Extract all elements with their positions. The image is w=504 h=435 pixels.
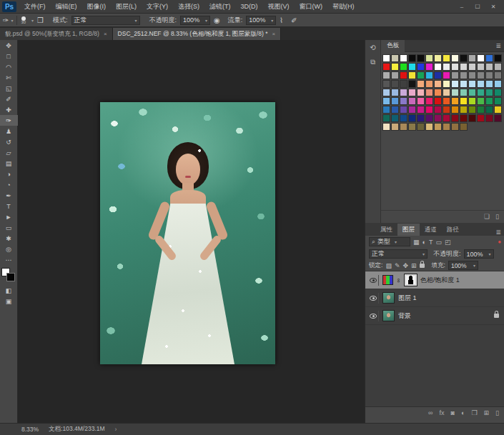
color-swatch[interactable] xyxy=(408,123,416,131)
smoothing-pressure-icon[interactable]: ✐ xyxy=(291,16,297,24)
more-tools-button[interactable]: ⋯ xyxy=(0,254,18,265)
color-swatch[interactable] xyxy=(494,97,502,105)
color-swatch[interactable] xyxy=(451,80,459,88)
menu-item-5[interactable]: 选择(S) xyxy=(173,0,204,14)
lock-image-pixels-icon[interactable]: ✎ xyxy=(395,262,400,269)
layer-row[interactable]: 背景 xyxy=(365,307,504,325)
color-swatch[interactable] xyxy=(425,54,433,62)
color-swatch[interactable] xyxy=(460,71,468,79)
color-swatch[interactable] xyxy=(391,114,399,122)
color-swatch[interactable] xyxy=(494,106,502,114)
color-swatch[interactable] xyxy=(477,80,485,88)
color-swatch[interactable] xyxy=(434,80,442,88)
filter-smart-objects-icon[interactable]: ◰ xyxy=(445,239,451,246)
color-swatch[interactable] xyxy=(382,89,390,96)
document-tab-active[interactable]: DSC_2512.NEF @ 8.33% (色相/饱和度 1, 图层蒙版/8) … xyxy=(113,28,282,40)
color-swatch[interactable] xyxy=(382,71,390,79)
color-swatch[interactable] xyxy=(425,114,433,122)
color-swatch[interactable] xyxy=(382,97,390,105)
layer-visibility-toggle[interactable] xyxy=(368,275,379,286)
tab-properties[interactable]: 属性 xyxy=(375,224,397,236)
close-button[interactable]: ✕ xyxy=(487,2,500,11)
color-swatch[interactable] xyxy=(382,63,390,71)
spot-healing-tool[interactable]: ✚ xyxy=(0,104,18,115)
color-swatch[interactable] xyxy=(382,54,390,62)
color-swatch[interactable] xyxy=(485,89,493,96)
new-layer-icon[interactable]: ⊞ xyxy=(484,409,490,416)
tab-layers[interactable]: 图层 xyxy=(397,224,420,236)
quick-selection-tool[interactable]: ✄ xyxy=(0,72,18,83)
color-swatch[interactable] xyxy=(391,71,399,79)
menu-item-6[interactable]: 滤镜(T) xyxy=(204,0,236,14)
shape-tool[interactable]: ▭ xyxy=(0,222,18,233)
color-swatch[interactable] xyxy=(425,80,433,88)
canvas[interactable] xyxy=(18,40,365,423)
tab-paths[interactable]: 路径 xyxy=(442,224,464,236)
color-swatch[interactable] xyxy=(485,114,493,122)
layer-thumbnail[interactable] xyxy=(382,292,395,304)
color-swatch[interactable] xyxy=(382,114,390,122)
layer-filter-type-select[interactable]: ⌕ 类型 ▾ xyxy=(369,237,410,246)
color-swatch[interactable] xyxy=(443,80,450,88)
type-tool[interactable]: T xyxy=(0,201,18,211)
color-swatch[interactable] xyxy=(460,80,468,88)
color-swatch[interactable] xyxy=(451,123,459,131)
brush-panel-toggle-icon[interactable]: ❒ xyxy=(37,16,44,24)
color-swatch[interactable] xyxy=(468,63,476,71)
layer-name[interactable]: 图层 1 xyxy=(398,294,417,303)
color-swatch[interactable] xyxy=(417,106,425,114)
color-swatch[interactable] xyxy=(468,80,476,88)
color-swatch[interactable] xyxy=(425,89,433,96)
layer-style-icon[interactable]: fx xyxy=(440,409,445,416)
color-swatch[interactable] xyxy=(391,97,399,105)
gradient-tool[interactable]: ▤ xyxy=(0,158,18,169)
color-swatch[interactable] xyxy=(425,123,433,131)
color-swatch[interactable] xyxy=(400,106,407,114)
link-layers-icon[interactable]: ∞ xyxy=(428,409,433,416)
color-swatch[interactable] xyxy=(391,80,399,88)
color-swatch[interactable] xyxy=(434,71,442,79)
tab-swatches[interactable]: 色板 xyxy=(381,40,405,52)
background-color-swatch[interactable] xyxy=(6,273,15,281)
brush-preset-picker[interactable]: 30 xyxy=(21,16,26,24)
color-swatch[interactable] xyxy=(417,89,425,96)
color-swatch[interactable] xyxy=(443,54,450,62)
eyedropper-tool[interactable]: ✐ xyxy=(0,94,18,104)
color-swatch[interactable] xyxy=(460,54,468,62)
delete-layer-icon[interactable]: ▯ xyxy=(495,409,499,416)
color-swatch[interactable] xyxy=(477,54,485,62)
new-group-icon[interactable]: ❒ xyxy=(471,409,477,416)
color-swatch[interactable] xyxy=(400,97,407,105)
layer-row[interactable]: ∞色相/饱和度 1 xyxy=(365,271,504,289)
clone-source-panel-icon[interactable]: ⧉ xyxy=(370,58,375,66)
color-swatch[interactable] xyxy=(408,89,416,96)
color-swatch[interactable] xyxy=(477,97,485,105)
menu-item-2[interactable]: 图像(I) xyxy=(82,0,112,14)
layer-visibility-toggle[interactable] xyxy=(368,293,379,304)
color-swatch[interactable] xyxy=(477,63,485,71)
flow-select[interactable]: 100%▾ xyxy=(246,16,276,25)
photo-document[interactable] xyxy=(100,102,275,364)
color-swatch[interactable] xyxy=(382,123,390,131)
color-swatch[interactable] xyxy=(443,63,450,71)
layer-fill-select[interactable]: 100%▾ xyxy=(448,261,478,270)
menu-item-7[interactable]: 3D(D) xyxy=(236,0,263,14)
menu-item-4[interactable]: 文字(Y) xyxy=(142,0,173,14)
layer-name[interactable]: 背景 xyxy=(398,311,411,321)
color-swatch[interactable] xyxy=(460,97,468,105)
color-swatch[interactable] xyxy=(451,97,459,105)
color-swatch[interactable] xyxy=(391,63,399,71)
color-swatch[interactable] xyxy=(443,71,450,79)
color-swatch[interactable] xyxy=(451,89,459,96)
menu-item-8[interactable]: 视图(V) xyxy=(263,0,295,14)
layer-visibility-toggle[interactable] xyxy=(368,311,379,321)
color-swatch[interactable] xyxy=(434,63,442,71)
hand-tool[interactable]: ✱ xyxy=(0,233,18,244)
color-swatch[interactable] xyxy=(485,97,493,105)
color-swatch[interactable] xyxy=(494,89,502,96)
color-swatch[interactable] xyxy=(408,80,416,88)
color-swatch[interactable] xyxy=(391,123,399,131)
marquee-tool[interactable]: □ xyxy=(0,51,18,61)
layer-mask-thumbnail[interactable] xyxy=(405,274,417,286)
color-swatch[interactable] xyxy=(443,97,450,105)
